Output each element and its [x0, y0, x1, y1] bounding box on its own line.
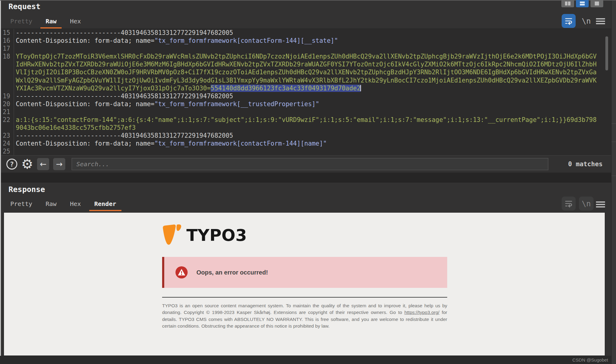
response-panel: Response Pretty Raw Hex Render \n [1, 183, 611, 356]
response-tab-render[interactable]: Render [89, 198, 121, 211]
search-previous-button[interactable]: ← [37, 158, 49, 170]
response-tab-hex[interactable]: Hex [65, 198, 86, 211]
text-segment: Content-Disposition: form-data; name= [16, 37, 155, 44]
editor-row[interactable]: 16Content-Disposition: form-data; name="… [1, 37, 611, 45]
strip-separator [611, 176, 616, 176]
editor-row[interactable]: 20Content-Disposition: form-data; name="… [1, 100, 611, 108]
typo3-logo-text: TYPO3 [186, 226, 247, 245]
line-number: 25 [1, 147, 14, 155]
editor-row[interactable]: WxlQ29va2llSmFyAGZpbGVuYW1lIjtzOjUwOiIvd… [1, 76, 611, 84]
text-segment: "tx_form_formframework[contactForm-144][… [155, 140, 327, 147]
text-segment: YXIAc3RvcmVTZXNzaW9uQ29va2llcyI7YjoxO31p… [16, 85, 211, 92]
response-tab-raw[interactable]: Raw [40, 198, 62, 211]
request-tabs: Pretty Raw Hex [5, 15, 86, 29]
editor-line-text: YToyOntpOjc7TzozMToiR3V6emxlSHR0cFxDb29r… [16, 52, 597, 60]
line-number: 19 [1, 92, 14, 100]
editor-line-text: IdHRwXENvb2tpZVxTZXRDb29raWUiOjE6e3M6MzM… [16, 60, 597, 68]
text-cursor [360, 85, 361, 91]
warning-icon [175, 266, 188, 279]
line-number [1, 76, 14, 84]
request-tab-raw[interactable]: Raw [40, 15, 62, 29]
watermark: CSDN @Sugobet [572, 357, 608, 362]
search-help-icon[interactable]: ? [6, 159, 17, 170]
search-settings-gear-icon[interactable]: ⚙ [21, 159, 33, 170]
typo3-logo: TYPO3 [162, 224, 447, 246]
divider [162, 297, 447, 298]
editor-line-text: 9043bc06e16e4338cc575cfbb2757ef3 [16, 124, 136, 132]
typo3-logo-mark [162, 224, 182, 246]
line-number: 20 [1, 100, 14, 108]
selected-text: 554140d8dd3966123fc3a4c33f0493179d70ade2 [211, 85, 361, 92]
word-wrap-button[interactable] [562, 14, 576, 28]
text-segment: WxlQ29va2llSmFyAGZpbGVuYW1lIjtzOjUwOiIvd… [16, 77, 597, 84]
text-segment: VlIjtzOjI2OiI8P3BocCBzeXN0ZW0oJF9HRVRbMV… [16, 69, 597, 76]
response-tabs: Pretty Raw Hex Render [5, 198, 121, 211]
layout-buttons [561, 0, 603, 7]
editor-row[interactable]: 23----------------------------4031946358… [1, 132, 611, 140]
response-editor-menu-button[interactable] [596, 200, 606, 208]
line-number: 16 [1, 37, 14, 45]
text-segment: ----------------------------403194635813… [16, 29, 233, 36]
editor-row[interactable]: VlIjtzOjI2OiI8P3BocCBzeXN0ZW0oJF9HRVRbMV… [1, 68, 611, 76]
typo3-org-link[interactable]: https://typo3.org/ [404, 310, 439, 315]
single-pane-icon [594, 1, 600, 6]
columns-layout-icon [564, 1, 571, 6]
request-editor-lines: 15----------------------------4031946358… [1, 29, 611, 155]
show-newlines-button[interactable]: \n [579, 14, 594, 28]
arrow-left-icon: ← [40, 160, 47, 169]
search-input[interactable] [72, 158, 548, 170]
editor-row[interactable]: 15----------------------------4031946358… [1, 29, 611, 37]
editor-line-text: ----------------------------403194635813… [16, 29, 233, 37]
editor-row[interactable]: 22a:1:{s:15:"contactForm-144";a:6:{s:4:"… [1, 116, 611, 124]
strip-separator [611, 142, 616, 142]
editor-line-text: Content-Disposition: form-data; name="tx… [16, 100, 319, 108]
line-number: 24 [1, 140, 14, 147]
layout-columns-button[interactable] [561, 0, 574, 7]
response-word-wrap-button[interactable] [562, 197, 576, 211]
error-alert-title: Oops, an error occurred! [196, 269, 268, 276]
text-segment: a:1:{s:15:"contactForm-144";a:6:{s:4:"na… [16, 116, 597, 123]
editor-row[interactable]: 24Content-Disposition: form-data; name="… [1, 140, 611, 147]
editor-line-text: a:1:{s:15:"contactForm-144";a:6:{s:4:"na… [16, 116, 597, 124]
collapsed-inspector-strip[interactable] [611, 1, 616, 364]
search-next-button[interactable]: → [53, 158, 65, 170]
request-panel-title: Request [9, 2, 40, 11]
line-number: 18 [1, 52, 14, 60]
request-search-bar: ? ⚙ ← → 0 matches [1, 155, 611, 173]
typo3-footer-text: TYPO3 is an open source content manageme… [162, 302, 447, 330]
request-tab-hex[interactable]: Hex [65, 15, 86, 29]
editor-row[interactable]: 17 [1, 45, 611, 52]
word-wrap-icon [564, 199, 573, 208]
editor-line-text: VlIjtzOjI2OiI8P3BocCBzeXN0ZW0oJF9HRVRbMV… [16, 68, 597, 76]
request-editor-menu-button[interactable] [596, 17, 606, 25]
layout-rows-button[interactable] [576, 0, 589, 7]
response-tab-pretty[interactable]: Pretty [5, 198, 37, 211]
editor-row[interactable]: YXIAc3RvcmVTZXNzaW9uQ29va2llcyI7YjoxO31p… [1, 84, 611, 92]
search-matches-count: 0 matches [568, 160, 603, 168]
line-number [1, 68, 14, 76]
request-scrollbar-thumb[interactable] [605, 36, 608, 70]
burp-repeater-window: Request Pretty Raw Hex [0, 0, 616, 364]
editor-line-text: YXIAc3RvcmVTZXNzaW9uQ29va2llcyI7YjoxO31p… [16, 84, 361, 92]
text-segment: IdHRwXENvb2tpZVxTZXRDb29raWUiOjE6e3M6MzM… [16, 61, 597, 68]
request-editor[interactable]: 15----------------------------4031946358… [1, 29, 611, 155]
editor-row[interactable]: 9043bc06e16e4338cc575cfbb2757ef3 [1, 124, 611, 132]
editor-row[interactable]: IdHRwXENvb2tpZVxTZXRDb29raWUiOjE6e3M6MzM… [1, 60, 611, 68]
text-segment: YToyOntpOjc7TzozMToiR3V6emxlSHR0cFxDb29r… [16, 53, 597, 60]
line-number [1, 84, 14, 92]
response-show-newlines-button[interactable]: \n [579, 197, 594, 211]
editor-line-text: ----------------------------403194635813… [16, 132, 233, 140]
text-segment: ----------------------------403194635813… [16, 93, 233, 100]
editor-row[interactable]: 18YToyOntpOjc7TzozMToiR3V6emxlSHR0cFxDb2… [1, 52, 611, 60]
request-panel: Request Pretty Raw Hex [1, 1, 611, 173]
line-number: 22 [1, 116, 14, 124]
hamburger-menu-icon [596, 201, 606, 207]
text-segment: ----------------------------403194635813… [16, 132, 233, 139]
editor-row[interactable]: 21 [1, 108, 611, 116]
layout-single-button[interactable] [590, 0, 603, 7]
editor-row[interactable]: 19----------------------------4031946358… [1, 92, 611, 100]
editor-line-text: Content-Disposition: form-data; name="tx… [16, 140, 327, 147]
rows-layout-icon [579, 1, 586, 6]
request-tab-pretty[interactable]: Pretty [5, 15, 37, 29]
editor-row[interactable]: 25 [1, 147, 611, 155]
